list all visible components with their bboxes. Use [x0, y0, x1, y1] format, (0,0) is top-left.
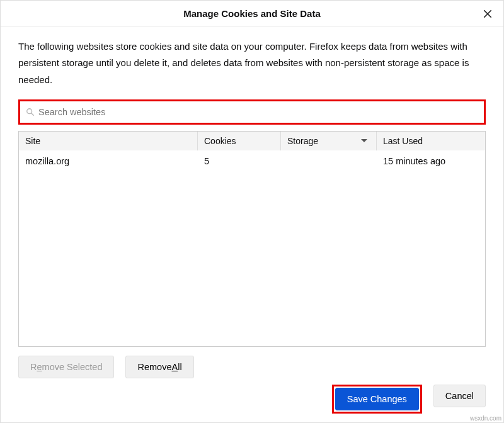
- remove-all-button[interactable]: Remove All: [125, 356, 193, 378]
- cell-site: mozilla.org: [19, 156, 198, 166]
- watermark: wsxdn.com: [470, 415, 501, 422]
- actions-left: Remove Selected Remove All: [18, 347, 486, 378]
- search-icon: [26, 108, 35, 116]
- manage-cookies-dialog: Manage Cookies and Site Data The followi…: [0, 0, 504, 423]
- actions-right: Save Changes Cancel: [18, 378, 486, 422]
- save-highlight-box: Save Changes: [332, 385, 422, 414]
- column-header-lastused[interactable]: Last Used: [377, 132, 485, 150]
- cancel-button[interactable]: Cancel: [433, 385, 486, 407]
- column-header-site[interactable]: Site: [19, 132, 198, 150]
- dialog-description: The following websites store cookies and…: [18, 38, 486, 88]
- sites-table: Site Cookies Storage Last Used mozilla.o…: [18, 131, 486, 347]
- table-header: Site Cookies Storage Last Used: [19, 132, 485, 150]
- cell-lastused: 15 minutes ago: [377, 156, 485, 166]
- column-header-storage[interactable]: Storage: [281, 132, 377, 150]
- save-changes-button[interactable]: Save Changes: [335, 388, 419, 410]
- dialog-titlebar: Manage Cookies and Site Data: [1, 1, 503, 27]
- remove-selected-button[interactable]: Remove Selected: [18, 356, 114, 378]
- search-input[interactable]: [38, 107, 478, 117]
- table-row[interactable]: mozilla.org 5 15 minutes ago: [19, 150, 485, 172]
- svg-line-1: [32, 113, 34, 116]
- table-body[interactable]: mozilla.org 5 15 minutes ago: [19, 150, 485, 346]
- search-highlight-box: [18, 99, 486, 125]
- close-icon: [483, 9, 492, 18]
- dialog-title: Manage Cookies and Site Data: [183, 8, 321, 19]
- close-button[interactable]: [481, 7, 495, 21]
- column-header-cookies[interactable]: Cookies: [198, 132, 281, 150]
- search-field[interactable]: [21, 103, 483, 121]
- cell-cookies: 5: [198, 156, 281, 166]
- sort-indicator-icon: [361, 139, 367, 142]
